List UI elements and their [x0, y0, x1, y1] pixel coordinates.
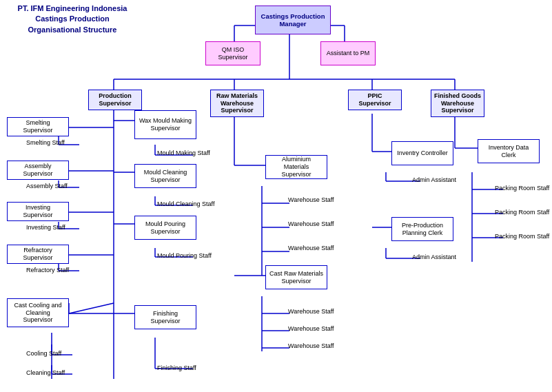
wax-mould-node: Wax Mould Making Supervisor: [134, 110, 196, 139]
packing-staff1-label: Packing Room Staff: [495, 185, 549, 192]
refractory-supervisor-node: Refractory Supervisor: [7, 245, 69, 264]
aluminium-sup-node: Aluminium Materials Supervisor: [265, 155, 327, 179]
warehouse-staff6-label: Warehouse Staff: [288, 342, 334, 349]
assistant-pm-node: Assistant to PM: [320, 41, 376, 65]
finishing-staff-label: Finishing Staff: [157, 364, 196, 371]
org-lines: [0, 0, 552, 392]
assembly-supervisor-node: Assembly Supervisor: [7, 161, 69, 180]
cast-cooling-node: Cast Cooling and Cleaning Supervisor: [7, 298, 69, 327]
cleaning-staff-label: Cleaning Staff: [26, 369, 65, 376]
warehouse-staff1-label: Warehouse Staff: [288, 196, 334, 203]
admin-assistant2-label: Admin Assistant: [412, 254, 456, 260]
org-title: PT. IFM Engineering Indonesia Castings P…: [3, 3, 141, 35]
warehouse-staff5-label: Warehouse Staff: [288, 325, 334, 332]
production-supervisor-node: Production Supervisor: [88, 90, 142, 110]
cast-raw-sup-node: Cast Raw Materials Supervisor: [265, 265, 327, 289]
investing-supervisor-node: Investing Supervisor: [7, 202, 69, 221]
packing-staff2-label: Packing Room Staff: [495, 209, 549, 216]
smelting-supervisor-node: Smelting Supervisor: [7, 117, 69, 136]
admin-assistant1-label: Admin Assistant: [412, 176, 456, 183]
pre-production-node: Pre-Production Planning Clerk: [391, 217, 453, 241]
refractory-staff-label: Refractory Staff: [26, 267, 69, 274]
castings-manager-node: Castings Production Manager: [255, 6, 331, 34]
finishing-supervisor-node: Finishing Supervisor: [134, 305, 196, 329]
mould-cleaning-sup-node: Mould Cleaning Supervisor: [134, 164, 196, 188]
raw-materials-node: Raw Materials Warehouse Supervisor: [210, 90, 264, 117]
qm-iso-node: QM ISO Supervisor: [205, 41, 260, 65]
svg-line-23: [69, 303, 114, 313]
ppic-node: PPIC Supervisor: [348, 90, 402, 110]
warehouse-staff4-label: Warehouse Staff: [288, 308, 334, 315]
inventory-controller-node: Inventry Controller: [391, 141, 453, 165]
org-chart: PT. IFM Engineering Indonesia Castings P…: [0, 0, 552, 392]
mould-pouring-staff-label: Mould Pouring Staff: [157, 252, 212, 259]
warehouse-staff2-label: Warehouse Staff: [288, 220, 334, 227]
finished-goods-node: Finished Goods Warehouse Supervisor: [431, 90, 484, 117]
inventory-data-clerk-node: Inventory Data Clerk: [478, 139, 540, 163]
assembly-staff-label: Assembly Staff: [26, 183, 68, 189]
mould-pouring-sup-node: Mould Pouring Supervisor: [134, 216, 196, 240]
packing-staff3-label: Packing Room Staff: [495, 233, 549, 240]
investing-staff-label: Investing Staff: [26, 224, 65, 231]
cooling-staff-label: Cooling Staff: [26, 350, 61, 357]
mould-making-staff-label: Mould Making Staff: [157, 149, 210, 156]
warehouse-staff3-label: Warehouse Staff: [288, 245, 334, 251]
smelting-staff-label: Smelting Staff: [26, 139, 65, 146]
mould-cleaning-staff-label: Mould Cleaning Staff: [157, 200, 214, 207]
